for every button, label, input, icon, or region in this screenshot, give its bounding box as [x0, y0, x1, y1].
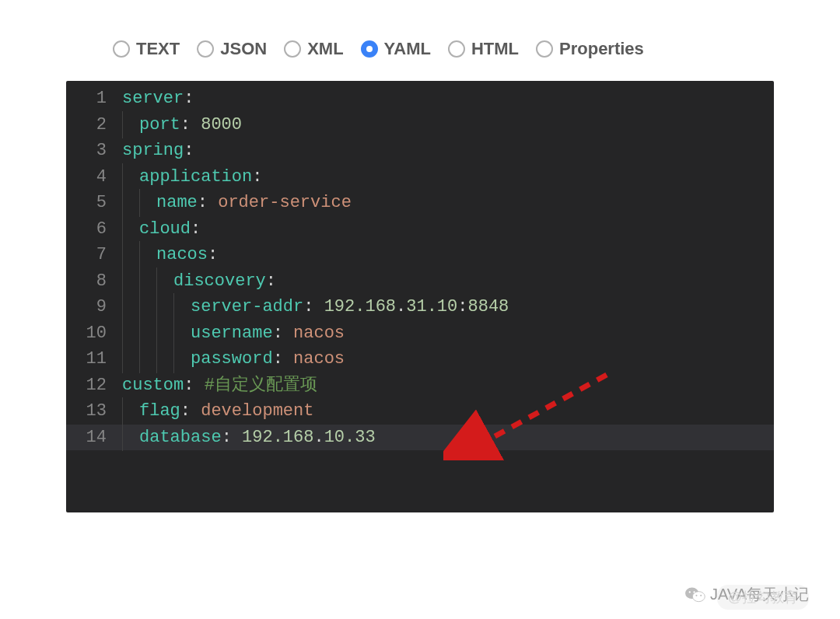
format-label: JSON	[220, 39, 267, 59]
token: port	[139, 115, 180, 135]
token: development	[201, 401, 313, 421]
code-content: port: 8000	[122, 112, 242, 138]
format-radio-group: TEXTJSONXMLYAMLHTMLProperties	[66, 39, 774, 59]
wechat-icon	[685, 586, 705, 603]
token: .	[396, 297, 406, 316]
code-content: application:	[122, 164, 262, 191]
token: order-service	[218, 193, 352, 212]
line-number: 13	[66, 398, 122, 425]
radio-icon	[113, 40, 130, 58]
token: 8848	[467, 297, 509, 316]
token: :	[252, 167, 262, 187]
code-content: password: nacos	[122, 346, 345, 372]
indent-guide	[156, 346, 173, 372]
code-line[interactable]: 3spring:	[66, 138, 774, 164]
code-line[interactable]: 6 cloud:	[66, 216, 774, 243]
line-number: 1	[66, 86, 122, 112]
code-content: nacos:	[122, 242, 218, 268]
indent-guide	[173, 320, 191, 347]
line-number: 11	[66, 346, 122, 372]
code-line[interactable]: 5 name: order-service	[66, 190, 774, 216]
format-tab-json[interactable]: JSON	[197, 39, 267, 59]
format-label: YAML	[384, 39, 431, 59]
token: :	[266, 271, 276, 291]
code-editor[interactable]: 1server:2 port: 80003spring:4 applicatio…	[66, 81, 774, 512]
code-content: discovery:	[122, 268, 276, 295]
token: database	[139, 428, 222, 447]
format-tab-html[interactable]: HTML	[448, 39, 519, 59]
code-line[interactable]: 2 port: 8000	[66, 112, 774, 138]
token: spring	[122, 141, 184, 160]
indent-guide	[139, 242, 156, 268]
token: server	[122, 89, 184, 108]
indent-guide	[122, 242, 139, 268]
code-line[interactable]: 7 nacos:	[66, 242, 774, 268]
token: flag	[139, 401, 180, 421]
token: server-addr	[191, 297, 303, 316]
code-line[interactable]: 4 application:	[66, 164, 774, 191]
code-content: custom: #自定义配置项	[122, 372, 317, 399]
indent-guide	[139, 268, 156, 295]
code-line[interactable]: 8 discovery:	[66, 268, 774, 295]
token: :	[184, 376, 204, 395]
line-number: 12	[66, 372, 122, 399]
svg-point-5	[693, 591, 695, 593]
indent-guide	[139, 346, 156, 372]
line-number: 5	[66, 190, 122, 216]
line-number: 10	[66, 320, 122, 347]
code-line[interactable]: 10 username: nacos	[66, 320, 774, 347]
token: 192.168	[324, 297, 396, 316]
format-label: TEXT	[136, 39, 180, 59]
svg-point-3	[692, 591, 705, 601]
line-number: 14	[66, 425, 122, 451]
token: 10.33	[324, 428, 376, 447]
line-number: 2	[66, 112, 122, 138]
radio-icon	[361, 40, 378, 58]
token: username	[191, 323, 273, 343]
code-content: spring:	[122, 138, 194, 164]
token: nacos	[293, 323, 345, 343]
indent-guide	[122, 164, 139, 191]
code-line[interactable]: 12custom: #自定义配置项	[66, 372, 774, 399]
code-line[interactable]: 9 server-addr: 192.168.31.10:8848	[66, 294, 774, 320]
indent-guide	[122, 190, 139, 216]
indent-guide	[156, 268, 173, 295]
token: :	[222, 428, 242, 447]
line-number: 3	[66, 138, 122, 164]
indent-guide	[122, 398, 139, 425]
indent-guide	[122, 425, 139, 451]
token: nacos	[293, 349, 345, 369]
format-tab-xml[interactable]: XML	[284, 39, 343, 59]
token: :	[180, 401, 201, 421]
token: :	[273, 349, 293, 369]
indent-guide	[122, 112, 139, 138]
format-label: HTML	[471, 39, 519, 59]
format-tab-yaml[interactable]: YAML	[361, 39, 431, 59]
token: :	[180, 115, 201, 135]
code-content: cloud:	[122, 216, 201, 243]
token: :	[184, 141, 194, 160]
code-line[interactable]: 11 password: nacos	[66, 346, 774, 372]
line-number: 7	[66, 242, 122, 268]
indent-guide	[156, 294, 173, 320]
token: 31.10	[406, 297, 457, 316]
token: :	[208, 245, 218, 264]
code-line[interactable]: 1server:	[66, 86, 774, 112]
svg-point-6	[695, 594, 697, 596]
indent-guide	[122, 320, 139, 347]
format-tab-text[interactable]: TEXT	[113, 39, 180, 59]
token: 8000	[201, 115, 242, 135]
line-number: 4	[66, 164, 122, 191]
line-number: 9	[66, 294, 122, 320]
line-number: 8	[66, 268, 122, 295]
format-label: Properties	[559, 39, 644, 59]
format-tab-properties[interactable]: Properties	[536, 39, 644, 59]
format-label: XML	[307, 39, 343, 59]
token: cloud	[139, 219, 191, 239]
code-line[interactable]: 14 database: 192.168.10.33	[66, 425, 774, 451]
token: discovery	[173, 271, 266, 291]
code-content: flag: development	[122, 398, 313, 425]
code-content: database: 192.168.10.33	[122, 425, 376, 451]
code-line[interactable]: 13 flag: development	[66, 398, 774, 425]
token: :	[191, 219, 201, 239]
